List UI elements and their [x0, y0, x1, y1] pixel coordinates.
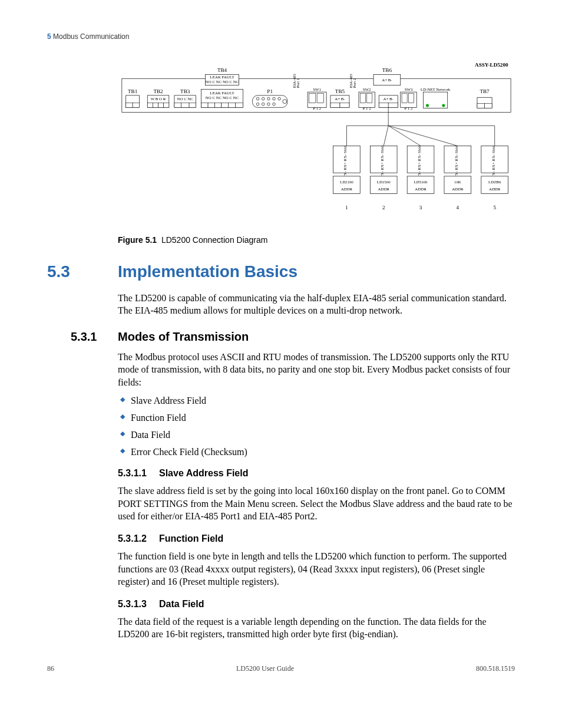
svg-rect-33	[228, 103, 236, 107]
guide-title: LD5200 User Guide	[236, 664, 294, 673]
svg-text:P 1 2: P 1 2	[405, 106, 413, 110]
svg-text:P 1 2: P 1 2	[313, 106, 321, 110]
svg-text:A+  B-: A+ B-	[335, 97, 345, 101]
section-number: 5.3.1	[71, 330, 118, 344]
device-4: TX+ TX- RX+ RX- Shld 10K ADDR 4	[444, 146, 471, 210]
svg-rect-63	[360, 93, 365, 103]
device-1: TX+ TX- RX+ RX- Shld LD2100 ADDR 1	[333, 146, 361, 210]
svg-rect-52	[317, 93, 323, 103]
chapter-header: 5 Modbus Communication	[47, 32, 515, 41]
paragraph: The data field of the request is a varia…	[118, 615, 515, 641]
section-number: 5.3.1.3	[118, 599, 159, 610]
svg-rect-31	[214, 103, 221, 107]
svg-rect-51	[309, 93, 315, 103]
svg-text:10K: 10K	[454, 180, 461, 184]
device-5: TX+ TX- RX+ RX- Shld LDZB6 ADDR 5	[481, 146, 508, 210]
chapter-number: 5	[47, 32, 51, 41]
svg-rect-91	[370, 176, 397, 194]
svg-rect-82	[485, 104, 492, 108]
heading-5-3-1-2: 5.3.1.2 Function Field	[47, 533, 515, 544]
svg-text:SW1: SW1	[313, 87, 321, 91]
svg-rect-109	[481, 176, 508, 194]
packet-fields-list: Slave Address Field Function Field Data …	[118, 395, 515, 458]
heading-5-3: 5.3 Implementation Basics	[47, 262, 515, 281]
paragraph: The slave address field is set by the go…	[118, 485, 515, 523]
paragraph: The Modbus protocol uses ASCII and RTU m…	[118, 351, 515, 389]
svg-text:LEAK   FAULT: LEAK FAULT	[210, 91, 235, 95]
svg-text:Port 2: Port 2	[352, 78, 356, 88]
svg-rect-58	[340, 103, 349, 107]
heading-5-3-1-3: 5.3.1.3 Data Field	[47, 599, 515, 610]
svg-text:TB5: TB5	[335, 88, 345, 94]
svg-rect-73	[408, 93, 414, 103]
svg-text:A+  B-: A+ B-	[384, 97, 394, 101]
svg-rect-19	[164, 103, 169, 107]
svg-text:LD1500: LD1500	[377, 180, 391, 184]
svg-rect-68	[379, 103, 388, 107]
svg-text:Port 1: Port 1	[296, 78, 300, 88]
svg-text:P1: P1	[267, 88, 273, 94]
svg-text:LD2100: LD2100	[340, 180, 353, 184]
section-title: Function Field	[159, 533, 223, 544]
section-title: Data Field	[159, 599, 204, 610]
svg-text:ADDR: ADDR	[489, 187, 501, 191]
device-2: TX+ TX- RX+ RX- Shld LD1500 ADDR 2	[370, 146, 397, 210]
svg-text:4: 4	[457, 205, 459, 210]
heading-5-3-1: 5.3.1 Modes of Transmission	[47, 330, 515, 344]
svg-rect-57	[330, 103, 340, 107]
svg-text:LDZB6: LDZB6	[488, 180, 501, 184]
svg-text:ADDR: ADDR	[452, 187, 464, 191]
svg-text:LD-NET Network: LD-NET Network	[421, 87, 451, 91]
section-number: 5.3.1.2	[118, 533, 159, 544]
list-item: Function Field	[118, 412, 515, 423]
svg-text:TB3: TB3	[180, 88, 190, 94]
svg-text:ADDR: ADDR	[341, 187, 353, 191]
svg-point-77	[426, 104, 429, 107]
list-item: Slave Address Field	[118, 395, 515, 406]
svg-rect-16	[147, 103, 153, 107]
svg-text:ADDR: ADDR	[378, 187, 390, 191]
svg-text:TB1: TB1	[128, 88, 138, 94]
paragraph: The LD5200 is capable of communicating v…	[118, 292, 515, 317]
svg-point-78	[442, 104, 445, 107]
svg-text:W  B  O  R: W B O R	[151, 97, 166, 101]
svg-rect-34	[236, 103, 243, 107]
heading-5-3-1-1: 5.3.1.1 Slave Address Field	[47, 468, 515, 479]
svg-rect-11	[126, 103, 133, 107]
svg-text:LD5100: LD5100	[414, 180, 428, 184]
svg-rect-85	[333, 176, 361, 194]
connection-diagram-svg: ASSY-LD5200 TB4 LEAK FAULT NO C NC NO C …	[118, 58, 515, 227]
list-item: Data Field	[118, 429, 515, 440]
svg-rect-97	[407, 176, 434, 194]
svg-text:NO C NC NO C NC: NO C NC NO C NC	[206, 80, 239, 84]
svg-rect-32	[222, 103, 228, 107]
figure-caption: Figure 5.1 LD5200 Connection Diagram	[118, 235, 515, 245]
svg-text:NO C NC NO C NC: NO C NC NO C NC	[206, 95, 239, 100]
phone-number: 800.518.1519	[476, 664, 515, 673]
list-item: Error Check Field (Checksum)	[118, 446, 515, 457]
svg-text:3: 3	[419, 205, 422, 210]
page-number: 86	[47, 664, 54, 673]
svg-rect-29	[201, 103, 208, 107]
svg-rect-36	[252, 95, 287, 108]
svg-text:NO C NC: NO C NC	[177, 97, 194, 101]
figure-caption-text: LD5200 Connection Diagram	[161, 235, 268, 245]
svg-text:A+  B-: A+ B-	[382, 78, 392, 82]
svg-text:ASSY-LD5200: ASSY-LD5200	[475, 62, 508, 68]
svg-text:5: 5	[493, 205, 496, 210]
svg-rect-24	[181, 103, 189, 107]
svg-rect-103	[444, 176, 471, 194]
svg-text:TB4: TB4	[217, 67, 227, 73]
svg-rect-72	[402, 93, 407, 103]
page-footer: 86 LD5200 User Guide 800.518.1519	[47, 664, 515, 673]
paragraph: The function field is one byte in length…	[118, 550, 515, 588]
svg-text:P 1 2: P 1 2	[363, 106, 371, 110]
svg-rect-64	[367, 93, 372, 103]
svg-text:TB6: TB6	[382, 67, 392, 73]
svg-text:TB2: TB2	[153, 88, 163, 94]
svg-text:1: 1	[345, 205, 348, 210]
svg-rect-23	[174, 103, 181, 107]
svg-text:LEAK   FAULT: LEAK FAULT	[210, 75, 235, 79]
svg-rect-12	[133, 103, 139, 107]
svg-text:ADDR: ADDR	[415, 187, 427, 191]
